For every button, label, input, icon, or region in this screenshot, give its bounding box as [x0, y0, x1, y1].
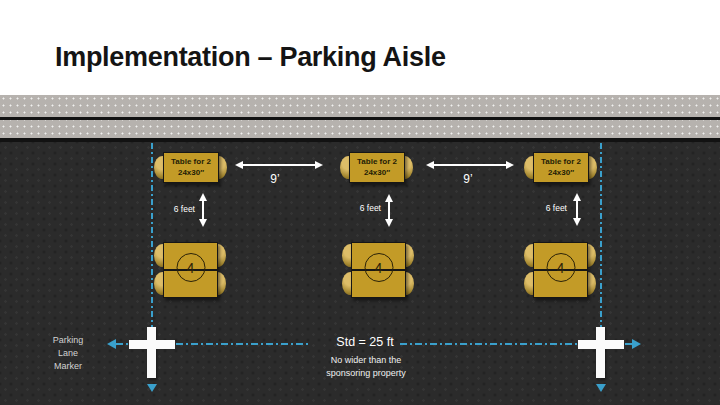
- parking-lane-marker-cross-right: [578, 327, 624, 378]
- arrow-up-icon: [199, 193, 207, 201]
- table-label: Table for 2: [164, 157, 218, 168]
- table-size-label: 24x30″: [350, 168, 404, 179]
- spacing-arrow-vertical-1: [198, 193, 208, 227]
- standard-width-label: Std = 25 ft: [320, 335, 410, 349]
- table-size-label: 24x30″: [534, 168, 588, 179]
- spacing-label-9ft-1: 9’: [260, 172, 290, 186]
- arrow-up-icon: [385, 194, 393, 202]
- arrow-up-icon: [573, 193, 581, 201]
- table-bottom-1: 4: [163, 242, 218, 298]
- slide-title: Implementation – Parking Aisle: [55, 42, 446, 73]
- arrow-down-icon: [199, 219, 207, 227]
- spacing-label-6ft-1: 6 feet: [163, 204, 195, 214]
- table-size-label: 24x30″: [164, 168, 218, 179]
- spacing-label-6ft-2: 6 feet: [350, 203, 381, 213]
- table-label: Table for 2: [534, 157, 588, 168]
- seat-count-badge: 4: [546, 253, 575, 282]
- arrow-down-icon: [573, 218, 581, 226]
- spacing-arrow-vertical-3: [572, 193, 582, 226]
- arrow-left-icon: [426, 161, 434, 169]
- spacing-label-6ft-3: 6 feet: [536, 203, 567, 213]
- arrow-right-icon: [506, 161, 514, 169]
- arrow-left-icon: [107, 339, 116, 349]
- curb-line-upper: [0, 117, 720, 120]
- arrow-down-icon: [147, 384, 157, 392]
- arrow-down-icon: [596, 384, 606, 392]
- spacing-arrow-horizontal-1: [235, 160, 323, 170]
- parking-lane-marker-cross-left: [129, 327, 175, 378]
- table-top-3: Table for 2 24x30″: [533, 152, 589, 183]
- parking-lane-marker-label: Parking Lane Marker: [38, 334, 98, 373]
- arrow-left-icon: [235, 161, 243, 169]
- arrow-right-icon: [632, 339, 641, 349]
- table-bottom-3: 4: [533, 242, 588, 298]
- table-bottom-2: 4: [351, 242, 406, 298]
- spacing-arrow-horizontal-2: [426, 160, 514, 170]
- arrow-right-icon: [315, 161, 323, 169]
- width-note: No wider than the sponsoring property: [316, 354, 416, 380]
- seat-count-badge: 4: [176, 253, 205, 282]
- sidewalk-band: [0, 95, 720, 142]
- seat-count-badge: 4: [364, 253, 393, 282]
- spacing-arrow-vertical-2: [384, 194, 394, 227]
- table-label: Table for 2: [350, 157, 404, 168]
- arrow-down-icon: [385, 219, 393, 227]
- table-top-1: Table for 2 24x30″: [163, 152, 219, 183]
- slide: Implementation – Parking Aisle Table for…: [0, 0, 720, 405]
- table-top-2: Table for 2 24x30″: [349, 152, 405, 183]
- spacing-label-9ft-2: 9’: [453, 172, 483, 186]
